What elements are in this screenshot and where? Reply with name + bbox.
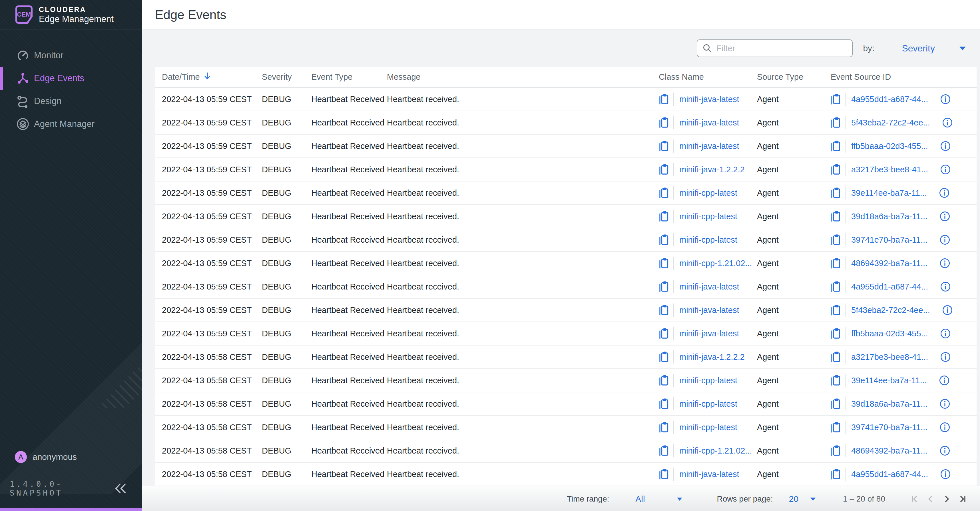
copy-class-name-button[interactable] xyxy=(659,116,669,129)
copy-event-source-id-button[interactable] xyxy=(830,93,841,105)
sidebar-item-agent-manager[interactable]: Agent Manager xyxy=(0,113,142,136)
copy-class-name-button[interactable] xyxy=(659,444,669,457)
class-name-link[interactable]: minifi-cpp-latest xyxy=(679,235,737,244)
sidebar-item-monitor[interactable]: Monitor xyxy=(0,44,142,67)
event-details-button[interactable] xyxy=(940,281,951,292)
copy-class-name-button[interactable] xyxy=(659,398,669,410)
event-details-button[interactable] xyxy=(939,234,950,245)
last-page-button[interactable] xyxy=(958,494,967,504)
event-source-id-link[interactable]: 48694392-ba7a-11... xyxy=(851,259,928,268)
event-details-button[interactable] xyxy=(940,328,951,339)
event-details-button[interactable] xyxy=(939,258,950,269)
copy-class-name-button[interactable] xyxy=(659,327,669,340)
class-name-link[interactable]: minifi-java-1.2.2.2 xyxy=(679,165,745,174)
event-details-button[interactable] xyxy=(942,117,953,128)
copy-event-source-id-button[interactable] xyxy=(830,398,841,410)
event-source-id-link[interactable]: 39741e70-ba7a-11... xyxy=(851,235,928,244)
filter-input-box[interactable] xyxy=(697,40,853,57)
time-range-select[interactable]: All xyxy=(635,494,645,504)
event-details-button[interactable] xyxy=(940,94,951,105)
class-name-link[interactable]: minifi-cpp-latest xyxy=(679,376,737,385)
copy-event-source-id-button[interactable] xyxy=(830,233,841,246)
event-source-id-link[interactable]: a3217be3-bee8-41... xyxy=(851,352,928,362)
event-source-id-link[interactable]: 4a955dd1-a687-44... xyxy=(851,94,928,104)
class-name-link[interactable]: minifi-java-latest xyxy=(679,94,739,104)
copy-event-source-id-button[interactable] xyxy=(830,140,841,152)
class-name-link[interactable]: minifi-java-latest xyxy=(679,142,739,151)
copy-event-source-id-button[interactable] xyxy=(830,210,841,223)
event-source-id-link[interactable]: ffb5baaa-02d3-455... xyxy=(851,142,928,151)
copy-event-source-id-button[interactable] xyxy=(830,374,841,387)
column-header-event-type[interactable]: Event Type xyxy=(311,72,387,82)
event-source-id-link[interactable]: a3217be3-bee8-41... xyxy=(851,165,928,174)
copy-class-name-button[interactable] xyxy=(659,210,669,223)
class-name-link[interactable]: minifi-java-latest xyxy=(679,469,739,479)
copy-class-name-button[interactable] xyxy=(659,421,669,434)
event-details-button[interactable] xyxy=(940,164,951,175)
rows-per-page-select[interactable]: 20 xyxy=(789,494,799,504)
sidebar-item-design[interactable]: Design xyxy=(0,90,142,113)
first-page-button[interactable] xyxy=(910,494,920,504)
chevron-down-icon[interactable] xyxy=(810,498,816,501)
event-source-id-link[interactable]: 39d18a6a-ba7a-11... xyxy=(851,399,928,409)
copy-class-name-button[interactable] xyxy=(659,140,669,152)
copy-class-name-button[interactable] xyxy=(659,351,669,363)
class-name-link[interactable]: minifi-cpp-latest xyxy=(679,188,737,198)
class-name-link[interactable]: minifi-cpp-latest xyxy=(679,212,737,221)
copy-event-source-id-button[interactable] xyxy=(830,116,841,129)
copy-class-name-button[interactable] xyxy=(659,187,669,199)
column-header-source-type[interactable]: Source Type xyxy=(757,72,830,82)
copy-class-name-button[interactable] xyxy=(659,468,669,481)
column-header-message[interactable]: Message xyxy=(387,72,659,82)
next-page-button[interactable] xyxy=(942,494,951,504)
event-details-button[interactable] xyxy=(940,351,951,362)
event-details-button[interactable] xyxy=(942,305,953,316)
sidebar-item-edge-events[interactable]: Edge Events xyxy=(0,67,142,90)
event-details-button[interactable] xyxy=(939,375,950,386)
event-details-button[interactable] xyxy=(939,422,950,433)
column-header-class-name[interactable]: Class Name xyxy=(659,72,757,82)
copy-event-source-id-button[interactable] xyxy=(830,163,841,176)
class-name-link[interactable]: minifi-cpp-latest xyxy=(679,423,737,432)
class-name-link[interactable]: minifi-cpp-1.21.02... xyxy=(679,259,752,268)
copy-event-source-id-button[interactable] xyxy=(830,444,841,457)
chevron-down-icon[interactable] xyxy=(677,498,682,501)
copy-class-name-button[interactable] xyxy=(659,163,669,176)
sidebar-collapse-button[interactable] xyxy=(114,482,127,494)
copy-class-name-button[interactable] xyxy=(659,304,669,316)
event-source-id-link[interactable]: 39d18a6a-ba7a-11... xyxy=(851,212,928,221)
event-details-button[interactable] xyxy=(939,445,950,456)
copy-event-source-id-button[interactable] xyxy=(830,280,841,293)
event-source-id-link[interactable]: 5f43eba2-72c2-4ee... xyxy=(851,118,930,128)
copy-event-source-id-button[interactable] xyxy=(830,421,841,434)
class-name-link[interactable]: minifi-java-latest xyxy=(679,305,739,315)
event-source-id-link[interactable]: 5f43eba2-72c2-4ee... xyxy=(851,305,930,315)
filter-input[interactable] xyxy=(716,43,852,53)
copy-class-name-button[interactable] xyxy=(659,233,669,246)
column-header-event-source-id[interactable]: Event Source ID xyxy=(830,72,977,82)
copy-class-name-button[interactable] xyxy=(659,257,669,270)
user-menu[interactable]: A anonymous xyxy=(0,451,142,463)
event-source-id-link[interactable]: ffb5baaa-02d3-455... xyxy=(851,329,928,339)
class-name-link[interactable]: minifi-java-latest xyxy=(679,329,739,339)
filter-by-select[interactable]: Severity xyxy=(874,43,966,54)
copy-event-source-id-button[interactable] xyxy=(830,351,841,363)
class-name-link[interactable]: minifi-java-latest xyxy=(679,118,739,128)
copy-event-source-id-button[interactable] xyxy=(830,327,841,340)
copy-event-source-id-button[interactable] xyxy=(830,187,841,199)
event-source-id-link[interactable]: 4a955dd1-a687-44... xyxy=(851,282,928,292)
event-source-id-link[interactable]: 39e114ee-ba7a-11... xyxy=(851,376,927,385)
event-source-id-link[interactable]: 39741e70-ba7a-11... xyxy=(851,423,928,432)
copy-event-source-id-button[interactable] xyxy=(830,468,841,481)
event-source-id-link[interactable]: 48694392-ba7a-11... xyxy=(851,446,928,455)
copy-event-source-id-button[interactable] xyxy=(830,304,841,316)
previous-page-button[interactable] xyxy=(926,494,935,504)
event-details-button[interactable] xyxy=(940,469,951,479)
event-details-button[interactable] xyxy=(939,398,950,409)
event-source-id-link[interactable]: 39e114ee-ba7a-11... xyxy=(851,188,927,198)
class-name-link[interactable]: minifi-java-latest xyxy=(679,282,739,292)
class-name-link[interactable]: minifi-java-1.2.2.2 xyxy=(679,352,745,362)
class-name-link[interactable]: minifi-cpp-latest xyxy=(679,399,737,409)
copy-class-name-button[interactable] xyxy=(659,280,669,293)
event-details-button[interactable] xyxy=(940,141,951,152)
